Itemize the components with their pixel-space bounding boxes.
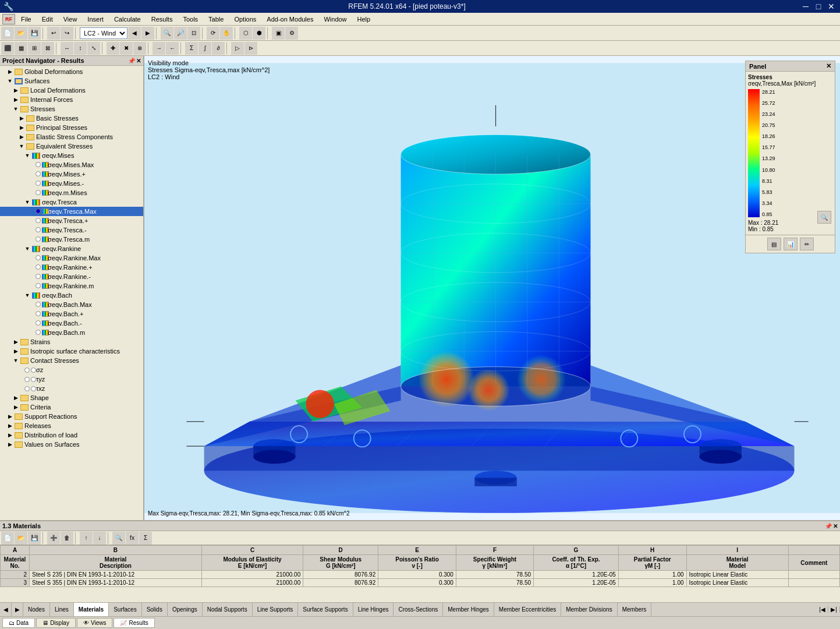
- tb2-7[interactable]: ⤡: [87, 42, 100, 55]
- tbl-delete[interactable]: 🗑: [61, 532, 73, 545]
- tree-item-36[interactable]: ▶Criteria: [0, 402, 143, 412]
- tab-surface-supports[interactable]: Surface Supports: [298, 603, 353, 616]
- tbl-add[interactable]: ➕: [47, 532, 60, 545]
- maximize-btn[interactable]: □: [813, 2, 824, 11]
- tree-item-12[interactable]: σeqv.Mises.-: [0, 179, 143, 188]
- tbl-down[interactable]: ↓: [93, 532, 106, 545]
- tree-expand-14[interactable]: ▼: [23, 199, 31, 205]
- tree-item-24[interactable]: ▼σeqv.Bach: [0, 291, 143, 300]
- tree-item-8[interactable]: ▼Equivalent Stresses: [0, 142, 143, 151]
- tb2-4[interactable]: ⊠: [41, 42, 54, 55]
- table-row-0[interactable]: 2 Steel S 235 | DIN EN 1993-1-1:2010-12 …: [1, 571, 840, 579]
- tab-members[interactable]: Members: [618, 603, 652, 616]
- tb2-6[interactable]: ↕: [74, 42, 87, 55]
- navigator-tabs[interactable]: 🗂 Data 🖥 Display 👁 Views 📈 Results: [0, 616, 840, 629]
- tb-fit[interactable]: ⊡: [187, 27, 200, 40]
- tb-solid[interactable]: ⬢: [253, 27, 265, 40]
- tree-expand-0[interactable]: ▶: [6, 69, 14, 75]
- tree-item-31[interactable]: ▼Contact Stresses: [0, 356, 143, 365]
- tree-expand-1[interactable]: ▼: [6, 78, 14, 84]
- tree-item-28[interactable]: σeqv.Bach.m: [0, 328, 143, 337]
- menu-item-insert[interactable]: Insert: [83, 15, 108, 24]
- nav-tab-results[interactable]: 📈 Results: [114, 618, 154, 628]
- menu-item-file[interactable]: File: [16, 15, 36, 24]
- tree-item-33[interactable]: τyz: [0, 374, 143, 384]
- tree-expand-31[interactable]: ▼: [12, 358, 20, 363]
- tree-expand-39[interactable]: ▶: [6, 432, 14, 438]
- tb-save[interactable]: 💾: [28, 27, 41, 40]
- tree-item-39[interactable]: ▶Distribution of load: [0, 430, 143, 440]
- tree-item-9[interactable]: ▼σeqv.Mises: [0, 151, 143, 160]
- tab-lines[interactable]: Lines: [50, 603, 74, 616]
- tree-item-18[interactable]: σeqv.Tresca.m: [0, 235, 143, 244]
- tb-new[interactable]: 📄: [1, 27, 14, 40]
- panel-settings-btn[interactable]: ✏: [800, 238, 814, 250]
- tree-item-19[interactable]: ▼σeqv.Rankine: [0, 244, 143, 253]
- tree-expand-4[interactable]: ▼: [12, 106, 20, 112]
- tree-item-6[interactable]: ▶Principal Stresses: [0, 123, 143, 132]
- tb2-11[interactable]: →: [153, 42, 165, 55]
- menu-item-view[interactable]: View: [59, 15, 82, 24]
- tb2-1[interactable]: ⬛: [1, 42, 14, 55]
- tb2-3[interactable]: ⊞: [28, 42, 41, 55]
- tab-member-eccentricities[interactable]: Member Eccentricities: [494, 603, 561, 616]
- nav-tab-views[interactable]: 👁 Views: [77, 618, 113, 628]
- tree-expand-30[interactable]: ▶: [12, 348, 20, 354]
- tb2-10[interactable]: ⊗: [133, 42, 146, 55]
- panel-close-btn[interactable]: ✕: [826, 62, 831, 70]
- tree-item-16[interactable]: σeqv.Tresca.+: [0, 216, 143, 225]
- tree-item-13[interactable]: σeqv.m.Mises: [0, 188, 143, 197]
- tree-item-37[interactable]: ▶Support Reactions: [0, 412, 143, 421]
- tree-expand-29[interactable]: ▶: [12, 339, 20, 345]
- tab-nav-last[interactable]: ▶|: [828, 606, 840, 613]
- tab-bar[interactable]: ◀ ▶ NodesLinesMaterialsSurfacesSolidsOpe…: [0, 602, 840, 616]
- tree-item-34[interactable]: τxz: [0, 384, 143, 393]
- window-controls[interactable]: ─ □ ✕: [800, 2, 837, 11]
- menu-item-calculate[interactable]: Calculate: [109, 15, 146, 24]
- table-header-controls[interactable]: 📌 ✕: [825, 523, 838, 529]
- tb2-5[interactable]: ↔: [61, 42, 73, 55]
- tree-expand-5[interactable]: ▶: [17, 115, 26, 121]
- table-content[interactable]: A B C D E F G H I MaterialNo. MaterialDe…: [0, 545, 840, 602]
- tree-expand-8[interactable]: ▼: [17, 143, 26, 149]
- tb-redo[interactable]: ↪: [61, 27, 73, 40]
- tree-expand-19[interactable]: ▼: [23, 246, 31, 252]
- tree-expand-7[interactable]: ▶: [17, 134, 26, 140]
- tab-materials[interactable]: Materials: [74, 603, 109, 616]
- tb-pan[interactable]: ✋: [220, 27, 233, 40]
- tree-expand-24[interactable]: ▼: [23, 292, 31, 298]
- tb-open[interactable]: 📂: [15, 27, 27, 40]
- nav-tree[interactable]: ▶Global Deformations▼Surfaces▶Local Defo…: [0, 66, 143, 520]
- menu-item-tools[interactable]: Tools: [178, 15, 203, 24]
- tree-item-27[interactable]: σeqv.Bach.-: [0, 319, 143, 328]
- tab-prev[interactable]: ◀: [0, 603, 12, 616]
- tab-surfaces[interactable]: Surfaces: [109, 603, 141, 616]
- tab-member-hinges[interactable]: Member Hinges: [443, 603, 494, 616]
- tree-item-14[interactable]: ▼σeqv.Tresca: [0, 197, 143, 207]
- tb-wireframe[interactable]: ⬡: [239, 27, 252, 40]
- tree-item-3[interactable]: ▶Internal Forces: [0, 95, 143, 104]
- tree-expand-38[interactable]: ▶: [6, 423, 14, 429]
- tree-item-26[interactable]: σeqv.Bach.+: [0, 309, 143, 319]
- nav-tab-display[interactable]: 🖥 Display: [36, 618, 76, 628]
- nav-close[interactable]: ✕: [136, 58, 141, 64]
- tb-undo[interactable]: ↩: [47, 27, 60, 40]
- tb2-16[interactable]: ▷: [231, 42, 244, 55]
- tb-prev[interactable]: ◀: [128, 27, 141, 40]
- load-case-combo[interactable]: LC2 - Wind: [80, 27, 127, 39]
- menu-item-add-on-modules[interactable]: Add-on Modules: [262, 15, 318, 24]
- tbl-sigma[interactable]: Σ: [139, 532, 152, 545]
- table-pin-btn[interactable]: 📌: [825, 523, 832, 529]
- tree-expand-37[interactable]: ▶: [6, 414, 14, 419]
- menu-item-window[interactable]: Window: [319, 15, 351, 24]
- tree-expand-6[interactable]: ▶: [17, 125, 26, 130]
- tree-expand-40[interactable]: ▶: [6, 441, 14, 447]
- tree-item-7[interactable]: ▶Elastic Stress Components: [0, 132, 143, 142]
- minimize-btn[interactable]: ─: [800, 2, 811, 11]
- tab-nodal-supports[interactable]: Nodal Supports: [203, 603, 253, 616]
- menu-item-results[interactable]: Results: [147, 15, 178, 24]
- tree-item-38[interactable]: ▶Releases: [0, 421, 143, 430]
- tab-cross-sections[interactable]: Cross-Sections: [394, 603, 443, 616]
- tab-line-supports[interactable]: Line Supports: [253, 603, 299, 616]
- tab-solids[interactable]: Solids: [142, 603, 168, 616]
